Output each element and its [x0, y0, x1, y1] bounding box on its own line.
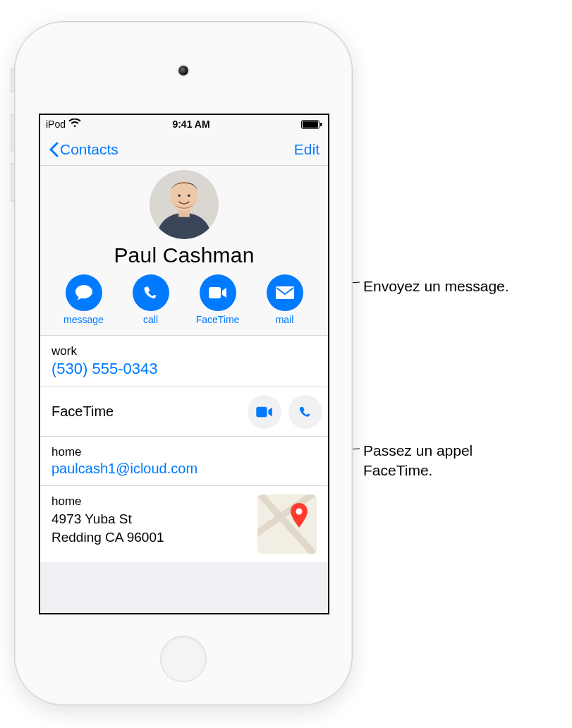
action-label: FaceTime: [196, 314, 240, 325]
screen: iPod 9:41 AM Contacts Edit: [39, 114, 329, 614]
email-label: home: [51, 445, 317, 459]
mail-icon: [275, 286, 295, 300]
map-thumbnail[interactable]: [257, 495, 317, 554]
facetime-row: FaceTime: [40, 387, 328, 437]
message-button[interactable]: message: [56, 274, 112, 325]
map-pin-icon: [290, 503, 308, 528]
phone-number[interactable]: (530) 555-0343: [51, 360, 317, 378]
home-button[interactable]: [160, 636, 207, 682]
facetime-video-button[interactable]: [248, 395, 281, 429]
callout-message: Envoyez un message.: [363, 277, 509, 296]
clock: 9:41 AM: [172, 119, 209, 130]
volume-up-button: [11, 114, 15, 152]
address-line1: 4973 Yuba St: [51, 510, 249, 528]
phone-label: work: [51, 344, 317, 358]
details-section: work (530) 555-0343 FaceTime home paulca…: [40, 336, 328, 562]
svg-rect-4: [320, 123, 322, 126]
front-camera: [178, 66, 188, 75]
nav-bar: Contacts Edit: [40, 133, 328, 166]
contact-header: Paul Cashman message call: [40, 166, 328, 336]
mail-button[interactable]: mail: [257, 274, 313, 325]
contact-name: Paul Cashman: [40, 243, 328, 267]
svg-rect-12: [276, 286, 294, 299]
volume-down-button: [11, 163, 15, 202]
chevron-left-icon: [49, 142, 59, 157]
power-button: [11, 68, 15, 92]
status-bar: iPod 9:41 AM: [40, 115, 328, 133]
svg-rect-13: [256, 406, 267, 416]
email-row[interactable]: home paulcash1@icloud.com: [40, 437, 328, 486]
video-icon: [255, 406, 274, 418]
svg-point-9: [178, 195, 180, 197]
wifi-icon: [68, 119, 81, 130]
action-label: message: [63, 314, 104, 325]
address-line2: Redding CA 96001: [51, 528, 249, 547]
carrier-label: iPod: [46, 119, 66, 130]
battery-icon: [301, 120, 322, 129]
svg-rect-3: [303, 121, 318, 128]
email-address[interactable]: paulcash1@icloud.com: [51, 461, 317, 477]
phone-icon: [298, 404, 313, 420]
back-label: Contacts: [60, 141, 118, 158]
actions-row: message call FaceTime: [40, 274, 328, 325]
svg-point-14: [296, 509, 303, 515]
facetime-button[interactable]: FaceTime: [190, 274, 246, 325]
svg-rect-11: [209, 287, 221, 298]
address-row[interactable]: home 4973 Yuba St Redding CA 96001: [40, 486, 328, 562]
callout-facetime: Passez un appel FaceTime.: [363, 441, 473, 481]
call-button[interactable]: call: [123, 274, 179, 325]
address-label: home: [51, 495, 249, 509]
phone-row[interactable]: work (530) 555-0343: [40, 336, 328, 387]
facetime-audio-button[interactable]: [288, 395, 322, 429]
svg-point-8: [171, 181, 197, 212]
message-icon: [74, 283, 94, 303]
action-label: call: [143, 314, 158, 325]
avatar[interactable]: [150, 170, 219, 239]
back-button[interactable]: Contacts: [49, 141, 118, 158]
device-frame: iPod 9:41 AM Contacts Edit: [14, 21, 353, 705]
svg-point-10: [188, 195, 190, 197]
action-label: mail: [276, 314, 294, 325]
phone-icon: [142, 284, 160, 302]
facetime-label: FaceTime: [51, 404, 241, 420]
edit-button[interactable]: Edit: [294, 141, 320, 158]
video-icon: [208, 286, 228, 300]
